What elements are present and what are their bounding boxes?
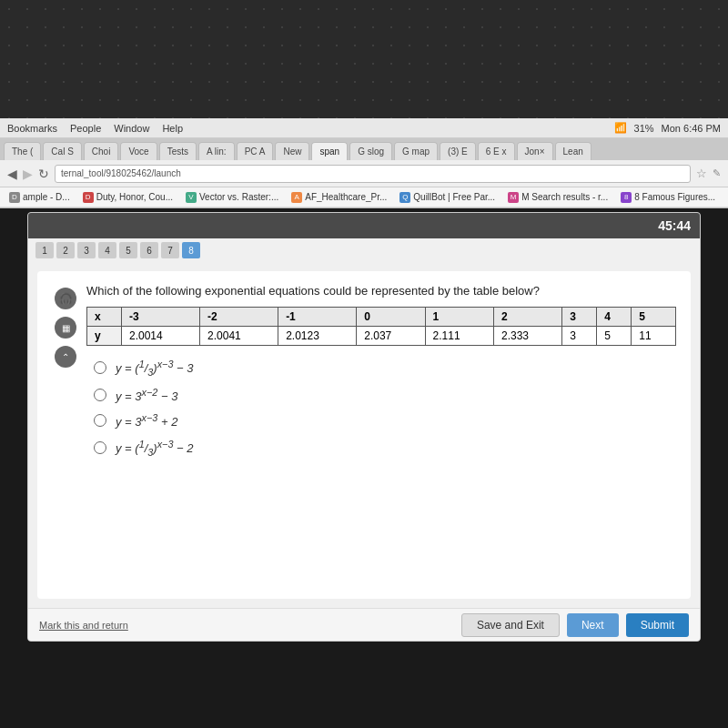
table-row-label: y [87, 327, 122, 346]
table-cell-8: 11 [632, 327, 676, 346]
table-header-0: 0 [357, 308, 425, 327]
battery-level: 31% [634, 123, 654, 134]
clock: Mon 6:46 PM [662, 123, 721, 134]
quiz-bottom-bar: Mark this and return Save and Exit Next … [28, 608, 700, 641]
quiz-timer: 45:44 [658, 218, 691, 233]
audio-icon[interactable]: 🎧 [55, 288, 76, 309]
pattern [0, 0, 728, 118]
mark-return-link[interactable]: Mark this and return [39, 620, 128, 631]
next-button[interactable]: Next [567, 613, 619, 637]
bookmark-label-3: AF_Healthcare_Pr... [305, 192, 387, 202]
formula-d: y = (1/3)x−3 − 2 [116, 439, 194, 458]
browser-tabs-bar: The ( Cal S Choi Voce Tests A lin: PC A … [0, 138, 728, 160]
star-icon[interactable]: ☆ [696, 167, 707, 180]
formula-a: y = (1/3)x−3 − 3 [116, 359, 194, 378]
bookmark-6[interactable]: 8 8 Famous Figures... [617, 191, 719, 204]
bookmark-icon-0: D [9, 192, 20, 203]
save-exit-button[interactable]: Save and Exit [461, 613, 560, 637]
nav-4[interactable]: 4 [98, 242, 116, 258]
quiz-window-wrapper: 45:44 1 2 3 4 5 6 7 8 🎧 ▦ ⌃ [0, 208, 728, 642]
table-cell-4: 2.111 [425, 327, 493, 346]
table-cell-3: 2.037 [357, 327, 425, 346]
table-cell-7: 5 [597, 327, 632, 346]
menu-window[interactable]: Window [114, 123, 149, 134]
bookmark-icon-4: Q [399, 192, 410, 203]
nav-6[interactable]: 6 [140, 242, 158, 258]
nav-2[interactable]: 2 [56, 242, 75, 258]
bookmark-3[interactable]: A AF_Healthcare_Pr... [288, 191, 390, 204]
tab-9[interactable]: G slog [349, 142, 392, 160]
bookmark-icon-5: M [508, 192, 519, 203]
nav-5[interactable]: 5 [119, 242, 137, 258]
bookmarks-bar: D ample - D... D Duty, Honor, Cou... V V… [0, 187, 728, 207]
nav-8[interactable]: 8 [182, 242, 200, 258]
bookmark-label-0: ample - D... [23, 192, 70, 202]
formula-c: y = 3x−3 + 2 [116, 412, 177, 429]
tab-1[interactable]: Cal S [43, 142, 81, 160]
back-button[interactable]: ◀ [7, 167, 17, 181]
menu-bookmarks[interactable]: Bookmarks [7, 123, 57, 134]
bookmark-label-1: Duty, Honor, Cou... [96, 192, 173, 202]
bookmark-5[interactable]: M M Search results - r... [504, 191, 612, 204]
bookmark-2[interactable]: V Vector vs. Raster:... [182, 191, 282, 204]
tab-0[interactable]: The ( [4, 142, 41, 160]
radio-a[interactable] [94, 361, 106, 374]
tab-10[interactable]: G map [394, 142, 438, 160]
browser-chrome: The ( Cal S Choi Voce Tests A lin: PC A … [0, 138, 728, 208]
bookmark-1[interactable]: D Duty, Honor, Cou... [79, 191, 177, 204]
choice-d[interactable]: y = (1/3)x−3 − 2 [94, 439, 676, 458]
bookmark-icon-2: V [186, 192, 197, 203]
tab-8[interactable]: span [311, 142, 348, 160]
bookmark-icon-6: 8 [621, 192, 632, 203]
table-header-5: 5 [632, 308, 676, 327]
radio-c[interactable] [94, 414, 106, 427]
quiz-header-bar: 45:44 [28, 213, 700, 238]
quiz-content: 🎧 ▦ ⌃ Which of the following exponential… [37, 271, 691, 599]
refresh-button[interactable]: ↻ [38, 167, 49, 181]
table-cell-6: 3 [562, 327, 597, 346]
bookmark-label-5: M Search results - r... [521, 192, 608, 202]
tab-14[interactable]: Lean [555, 142, 592, 160]
tab-2[interactable]: Choi [84, 142, 119, 160]
radio-b[interactable] [94, 389, 106, 401]
question-text: Which of the following exponential equat… [86, 284, 676, 298]
tab-3[interactable]: Voce [120, 142, 157, 160]
data-table: x -3 -2 -1 0 1 2 3 4 5 [86, 307, 676, 346]
table-header-4: 4 [597, 308, 632, 327]
url-bar[interactable]: ternal_tool/918025462/launch [55, 165, 691, 183]
tab-7[interactable]: New [275, 142, 309, 160]
menu-help[interactable]: Help [162, 123, 183, 134]
tab-12[interactable]: 6 E x [478, 142, 515, 160]
tab-6[interactable]: PC A [237, 142, 274, 160]
table-header-n3: -3 [121, 308, 199, 327]
menu-people[interactable]: People [70, 123, 101, 134]
bookmark-icon-1: D [83, 192, 94, 203]
tab-4[interactable]: Tests [159, 142, 197, 160]
tab-5[interactable]: A lin: [198, 142, 235, 160]
quiz-main-content: Which of the following exponential equat… [86, 284, 676, 458]
bottom-buttons: Save and Exit Next Submit [461, 613, 689, 637]
calc-icon[interactable]: ▦ [55, 317, 76, 339]
nav-1[interactable]: 1 [35, 242, 54, 258]
bookmark-0[interactable]: D ample - D... [5, 191, 74, 204]
forward-button[interactable]: ▶ [23, 167, 33, 181]
nav-7[interactable]: 7 [161, 242, 179, 258]
formula-b: y = 3x−2 − 3 [116, 387, 177, 403]
submit-button[interactable]: Submit [626, 613, 689, 637]
choice-c[interactable]: y = 3x−3 + 2 [94, 412, 676, 429]
table-cell-5: 2.333 [493, 327, 561, 346]
choice-b[interactable]: y = 3x−2 − 3 [94, 387, 676, 403]
table-header-2: 2 [493, 308, 561, 327]
quiz-window: 45:44 1 2 3 4 5 6 7 8 🎧 ▦ ⌃ [27, 212, 701, 642]
tab-11[interactable]: (3) E [440, 142, 476, 160]
radio-d[interactable] [94, 441, 106, 454]
bookmark-4[interactable]: Q QuillBot | Free Par... [396, 191, 499, 204]
flag-icon[interactable]: ⌃ [55, 346, 76, 368]
bookmark-icon-3: A [291, 192, 302, 203]
reader-icon[interactable]: ✎ [713, 167, 721, 179]
table-header-1: 1 [425, 308, 493, 327]
choice-a[interactable]: y = (1/3)x−3 − 3 [94, 359, 676, 378]
nav-3[interactable]: 3 [77, 242, 96, 258]
browser-toolbar: ◀ ▶ ↻ ternal_tool/918025462/launch ☆ ✎ [0, 160, 728, 187]
tab-13[interactable]: Jon× [517, 142, 553, 160]
